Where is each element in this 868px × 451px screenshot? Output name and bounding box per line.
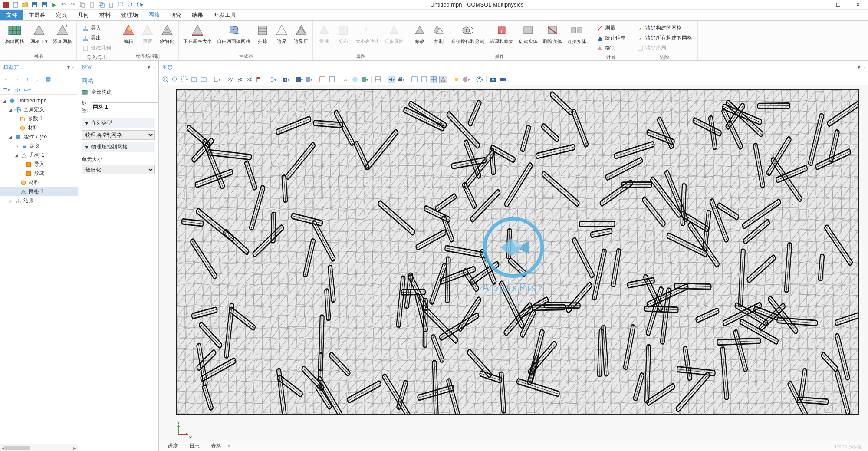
tree-comp[interactable]: ◢组件 1 (co... bbox=[0, 132, 78, 142]
transparency-icon[interactable] bbox=[351, 76, 359, 83]
elem-size-select[interactable]: 较细化 bbox=[82, 165, 155, 174]
save-as-icon[interactable] bbox=[41, 1, 48, 8]
open-icon[interactable] bbox=[22, 1, 29, 8]
copy-op-button[interactable]: 复制 bbox=[430, 23, 447, 46]
clip-icon[interactable] bbox=[319, 76, 326, 83]
grid3-icon[interactable] bbox=[430, 76, 437, 83]
finer-button[interactable]: 较细化 bbox=[158, 23, 176, 46]
modify-button[interactable]: 修改 bbox=[411, 23, 428, 46]
more-props-button[interactable]: 更多属性 bbox=[383, 23, 405, 46]
boundary-layer-button[interactable]: 边界层 bbox=[292, 23, 310, 46]
zoom-box-icon[interactable]: ▾ bbox=[181, 76, 188, 83]
boolean-button[interactable]: 布尔操作和分割 bbox=[449, 23, 486, 46]
select-icon[interactable] bbox=[117, 1, 124, 8]
label-input[interactable] bbox=[91, 102, 158, 111]
tree-mat2[interactable]: 材料 bbox=[0, 178, 78, 187]
phys-mesh-section[interactable]: ▼物理场控制网格 bbox=[82, 142, 155, 152]
size-expr-button[interactable]: a=大小表达式 bbox=[354, 23, 381, 46]
panel-pin-icon[interactable]: ▫ bbox=[72, 64, 74, 70]
expand-icon[interactable]: ≣▾ bbox=[3, 86, 10, 93]
seq-type-section[interactable]: ▼序列类型 bbox=[82, 118, 155, 128]
settings-pin-icon[interactable]: ▫ bbox=[153, 64, 155, 70]
settings-menu-icon[interactable]: ▾ bbox=[148, 64, 150, 70]
aperture-icon[interactable]: ▾ bbox=[476, 76, 483, 83]
collapse-icon[interactable]: ▤▾ bbox=[13, 86, 21, 93]
repair-button[interactable]: +清理和修复 bbox=[488, 23, 515, 46]
select-mode-icon[interactable]: ▾ bbox=[296, 76, 303, 83]
file-menu[interactable]: 文件 bbox=[0, 10, 23, 20]
graphics-canvas[interactable]: AbyssFish y x bbox=[159, 85, 868, 441]
hide-icon[interactable] bbox=[328, 76, 336, 83]
tab-close-icon[interactable]: × bbox=[227, 443, 230, 449]
sound-icon[interactable]: ▾ bbox=[388, 76, 395, 83]
menu-study[interactable]: 研究 bbox=[165, 10, 187, 20]
freetet-button[interactable]: 自由四面体网格 bbox=[215, 23, 252, 46]
tree-import[interactable]: 导入 bbox=[0, 160, 78, 169]
clear-all-button[interactable]: 清除所有构建的网格 bbox=[636, 33, 693, 43]
zoom-dropdown-icon[interactable]: ▾ bbox=[136, 1, 143, 8]
new-icon[interactable] bbox=[12, 1, 19, 8]
tree-form[interactable]: 形成 bbox=[0, 169, 78, 178]
delete-entity-button[interactable]: 删除实体 bbox=[541, 23, 564, 46]
reset-button[interactable]: 重置 bbox=[139, 23, 156, 46]
xy-view-icon[interactable]: xy bbox=[227, 76, 234, 83]
menu-definitions[interactable]: 定义 bbox=[51, 10, 72, 20]
panel-menu-icon[interactable]: ▾ bbox=[67, 64, 70, 70]
select-domain-icon[interactable]: ▾ bbox=[305, 76, 313, 83]
boundary-button[interactable]: 边界 bbox=[273, 23, 290, 46]
model-tree[interactable]: ◢Untitled.mph ◢全局定义 Pi参数 1 材料 ◢组件 1 (co.… bbox=[0, 95, 78, 444]
zoom-out-icon[interactable] bbox=[171, 76, 179, 83]
menu-mesh[interactable]: 网格 bbox=[143, 10, 165, 20]
gfx-pin-icon[interactable]: ▫ bbox=[863, 64, 865, 70]
tree-mesh[interactable]: 网格 1 bbox=[0, 187, 78, 196]
import-button[interactable]: 导入 bbox=[81, 23, 112, 33]
create-entity-button[interactable]: 创建实体 bbox=[517, 23, 539, 46]
menu-home[interactable]: 主屏幕 bbox=[23, 10, 51, 20]
minimize-button[interactable]: ─ bbox=[808, 0, 828, 10]
flag-icon[interactable] bbox=[255, 76, 263, 83]
copy-icon[interactable] bbox=[79, 1, 86, 8]
tree-geom[interactable]: ◢几何 1 bbox=[0, 151, 78, 160]
measure-button[interactable]: 测量 bbox=[595, 23, 627, 33]
link-icon[interactable]: ∞ bbox=[342, 76, 349, 83]
xz-view-icon[interactable]: xz bbox=[246, 76, 253, 83]
wireframe-icon[interactable]: ▾ bbox=[361, 76, 368, 83]
mesh1-dropdown[interactable]: 网格 1 ▾ bbox=[29, 23, 49, 46]
find-icon[interactable] bbox=[127, 1, 134, 8]
tree-hscroll[interactable]: ◂▸ bbox=[0, 444, 78, 451]
down-icon[interactable]: ↓ bbox=[34, 76, 42, 82]
tab-table[interactable]: 表格 bbox=[206, 441, 227, 451]
run-icon[interactable]: ▶ bbox=[50, 1, 57, 8]
sizing-button[interactable]: 正在调整大小 bbox=[181, 23, 214, 46]
connect-entity-button[interactable]: 连接实体 bbox=[566, 23, 588, 46]
undo-icon[interactable]: ↶ bbox=[60, 1, 67, 8]
tab-log[interactable]: 日志 bbox=[184, 441, 205, 451]
menu-geometry[interactable]: 几何 bbox=[72, 10, 94, 20]
zoom-extent-icon[interactable] bbox=[190, 76, 198, 83]
tri-icon[interactable] bbox=[439, 76, 447, 83]
tree-def[interactable]: ▷≡定义 bbox=[0, 142, 78, 151]
plot-button[interactable]: 绘制 bbox=[595, 43, 627, 53]
yz-view-icon[interactable]: yz bbox=[236, 76, 244, 83]
paste-icon[interactable] bbox=[89, 1, 95, 8]
sweep-button[interactable]: 扫掠 bbox=[254, 23, 271, 46]
add-mesh-button[interactable]: +添加网格 bbox=[51, 23, 74, 46]
distribution-button[interactable]: 分布 bbox=[335, 23, 352, 46]
export-button[interactable]: 导出 bbox=[81, 33, 112, 43]
light-icon[interactable] bbox=[453, 76, 460, 83]
record-icon[interactable] bbox=[499, 76, 506, 83]
redo-icon[interactable]: ↷ bbox=[69, 1, 76, 8]
general-button[interactable]: 常规 bbox=[316, 23, 333, 46]
zoom-sel-icon[interactable] bbox=[200, 76, 207, 83]
duplicate-icon[interactable] bbox=[98, 1, 105, 8]
show-icon[interactable]: ▤ bbox=[44, 76, 52, 82]
seq-type-select[interactable]: 物理场控制网格 bbox=[82, 130, 155, 140]
tree-root[interactable]: ◢Untitled.mph bbox=[0, 96, 78, 105]
zoom-in-icon[interactable] bbox=[161, 76, 169, 83]
mesh-render-icon[interactable] bbox=[374, 76, 382, 83]
camera-icon[interactable]: ▾ bbox=[282, 76, 290, 83]
close-button[interactable]: ✕ bbox=[848, 0, 868, 10]
maximize-button[interactable]: ☐ bbox=[828, 0, 848, 10]
rotate-icon[interactable]: ▾ bbox=[269, 76, 276, 83]
edit-button[interactable]: 编辑 bbox=[120, 23, 137, 46]
